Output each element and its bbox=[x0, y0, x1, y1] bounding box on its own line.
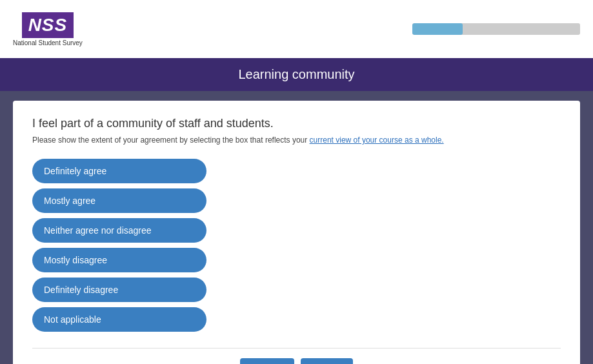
logo-text: NSS bbox=[22, 12, 74, 38]
subtitle-prefix: Please show the extent of your agreement… bbox=[32, 136, 310, 145]
page-header: NSS National Student Survey bbox=[0, 0, 593, 58]
question-card: I feel part of a community of staff and … bbox=[13, 101, 580, 364]
options-list: Definitely agree Mostly agree Neither ag… bbox=[32, 159, 206, 332]
section-title: Learning community bbox=[238, 67, 354, 81]
option-mostly-agree[interactable]: Mostly agree bbox=[32, 188, 206, 213]
progress-bar-fill bbox=[412, 23, 463, 35]
option-mostly-disagree[interactable]: Mostly disagree bbox=[32, 248, 206, 272]
progress-bar-container bbox=[412, 23, 580, 35]
option-definitely-agree[interactable]: Definitely agree bbox=[32, 159, 206, 183]
back-button[interactable]: < Back bbox=[240, 358, 294, 364]
subtitle-link[interactable]: current view of your course as a whole. bbox=[310, 136, 444, 145]
next-button[interactable]: Next > bbox=[301, 358, 353, 364]
option-not-applicable[interactable]: Not applicable bbox=[32, 307, 206, 332]
option-definitely-disagree[interactable]: Definitely disagree bbox=[32, 278, 206, 302]
logo-subtitle: National Student Survey bbox=[13, 39, 83, 46]
option-neither[interactable]: Neither agree nor disagree bbox=[32, 218, 206, 243]
section-header: Learning community bbox=[0, 58, 593, 91]
question-title: I feel part of a community of staff and … bbox=[32, 117, 561, 130]
logo: NSS National Student Survey bbox=[13, 12, 83, 46]
question-subtitle: Please show the extent of your agreement… bbox=[32, 136, 561, 145]
card-footer: < Back Next > bbox=[32, 348, 561, 364]
main-content: I feel part of a community of staff and … bbox=[0, 91, 593, 364]
